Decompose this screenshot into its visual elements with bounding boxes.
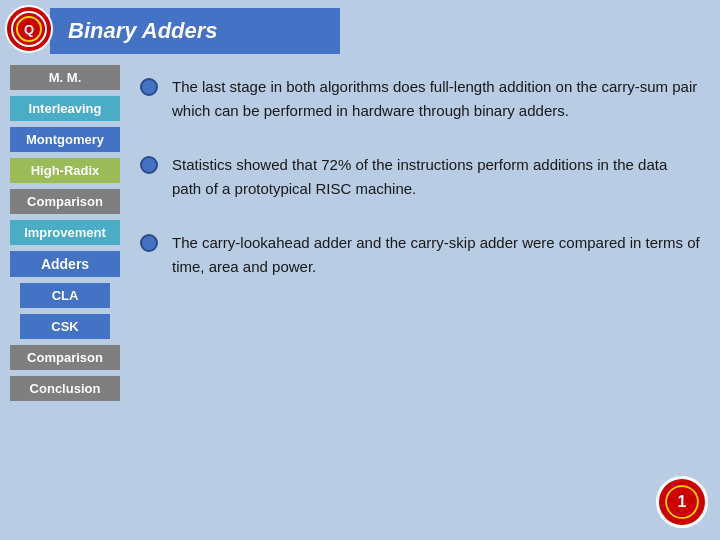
main-content: The last stage in both algorithms does f… [140,65,700,520]
sidebar-item-comparison[interactable]: Comparison [10,189,120,214]
bullet-item-3: The carry-lookahead adder and the carry-… [140,231,700,279]
bullet-item-2: Statistics showed that 72% of the instru… [140,153,700,201]
page-title: Binary Adders [68,18,218,44]
bullet-text-1: The last stage in both algorithms does f… [172,75,700,123]
bullet-text-3: The carry-lookahead adder and the carry-… [172,231,700,279]
logo-topleft: Q [5,5,53,53]
svg-text:Q: Q [24,22,34,37]
sidebar-item-improvement[interactable]: Improvement [10,220,120,245]
svg-text:1: 1 [678,493,687,510]
logo-bottomright: 1 [656,476,708,528]
header: Binary Adders [50,8,340,54]
bullet-icon-2 [140,156,158,174]
sidebar-item-conclusion[interactable]: Conclusion [10,376,120,401]
sidebar-item-comparison2[interactable]: Comparison [10,345,120,370]
sidebar-item-interleaving[interactable]: Interleaving [10,96,120,121]
sidebar: M. M. Interleaving Montgomery High-Radix… [10,65,120,401]
sidebar-item-montgomery[interactable]: Montgomery [10,127,120,152]
bullet-text-2: Statistics showed that 72% of the instru… [172,153,700,201]
bullet-item-1: The last stage in both algorithms does f… [140,75,700,123]
sidebar-item-adders[interactable]: Adders [10,251,120,277]
sidebar-item-csk[interactable]: CSK [20,314,110,339]
sidebar-item-high-radix[interactable]: High-Radix [10,158,120,183]
bullet-icon-1 [140,78,158,96]
sidebar-item-cla[interactable]: CLA [20,283,110,308]
bullet-icon-3 [140,234,158,252]
sidebar-item-mm[interactable]: M. M. [10,65,120,90]
